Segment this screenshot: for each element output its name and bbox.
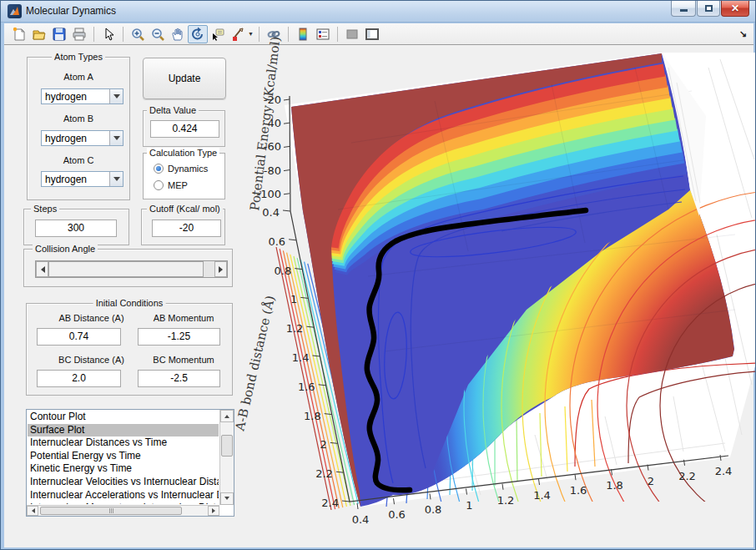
plot-type-listbox[interactable]: Contour PlotSurface PlotInternuclear Dis… bbox=[26, 409, 234, 517]
radio-dynamics[interactable]: Dynamics bbox=[154, 164, 208, 174]
atom-a-value: hydrogen bbox=[45, 91, 87, 103]
ab-momentum-label: AB Momentum bbox=[138, 313, 229, 323]
radio-dynamics-label: Dynamics bbox=[168, 164, 208, 174]
insert-legend-button[interactable] bbox=[313, 25, 333, 43]
list-item[interactable]: Internuclear Distances vs Time bbox=[28, 436, 219, 450]
open-file-button[interactable] bbox=[29, 25, 49, 43]
collision-angle-title: Collision Angle bbox=[33, 244, 98, 254]
hscroll-thumb[interactable] bbox=[40, 507, 182, 515]
list-item[interactable]: Contour Plot bbox=[28, 411, 219, 424]
zoom-out-button[interactable] bbox=[148, 25, 168, 43]
vscroll-thumb[interactable] bbox=[221, 435, 233, 457]
bc-momentum-label: BC Momentum bbox=[138, 355, 229, 365]
steps-panel: Steps 300 bbox=[23, 209, 129, 245]
atom-c-value: hydrogen bbox=[45, 174, 87, 185]
scroll-up-button[interactable] bbox=[220, 410, 234, 422]
delta-value-panel: Delta Value 0.424 bbox=[143, 110, 225, 147]
slider-thumb[interactable] bbox=[48, 261, 204, 277]
atom-b-dropdown-arrow[interactable] bbox=[109, 131, 123, 145]
list-item[interactable]: Internuclear Velocities vs Internuclear … bbox=[28, 476, 219, 489]
atom-b-value: hydrogen bbox=[45, 133, 87, 144]
pan-tool-button[interactable] bbox=[168, 25, 188, 43]
listbox-vscrollbar[interactable] bbox=[219, 410, 234, 505]
slider-right-arrow[interactable] bbox=[214, 261, 227, 277]
link-plots-button[interactable] bbox=[264, 25, 284, 43]
listbox-hscrollbar[interactable] bbox=[27, 505, 219, 516]
list-item[interactable]: Kinetic Energy vs Time bbox=[28, 462, 219, 476]
show-plot-tools-button[interactable] bbox=[362, 25, 382, 43]
brush-dropdown-caret[interactable]: ▼ bbox=[248, 31, 255, 37]
list-item[interactable]: Internuclear Momenta vs Internuclear Dis… bbox=[28, 502, 219, 504]
ab-distance-field[interactable]: 0.74 bbox=[37, 328, 121, 346]
collision-angle-slider[interactable] bbox=[35, 260, 228, 278]
insert-colorbar-button[interactable] bbox=[293, 25, 313, 43]
atom-b-dropdown[interactable]: hydrogen bbox=[41, 130, 123, 146]
collision-angle-panel: Collision Angle bbox=[23, 249, 233, 287]
initial-conditions-panel: Initial Conditions AB Distance (A) AB Mo… bbox=[26, 303, 233, 396]
window-title: Molecular Dynamics bbox=[26, 5, 116, 17]
radio-dynamics-icon bbox=[154, 164, 164, 174]
bc-distance-field[interactable]: 2.0 bbox=[37, 370, 121, 387]
ab-distance-label: AB Distance (A) bbox=[37, 313, 146, 323]
radio-mep[interactable]: MEP bbox=[154, 180, 188, 190]
save-button[interactable] bbox=[49, 25, 69, 43]
scroll-down-button[interactable] bbox=[220, 492, 234, 505]
atom-a-label: Atom A bbox=[28, 72, 129, 82]
ab-momentum-field[interactable]: -1.25 bbox=[138, 328, 220, 346]
list-item[interactable]: Surface Plot bbox=[28, 424, 219, 437]
cutoff-field[interactable]: -20 bbox=[152, 219, 221, 237]
zoom-in-button[interactable] bbox=[128, 25, 148, 43]
atom-c-dropdown[interactable]: hydrogen bbox=[41, 171, 123, 187]
dock-figure-icon[interactable]: ↘ bbox=[739, 28, 747, 39]
close-icon: ✕ bbox=[731, 3, 739, 13]
calculation-type-title: Calculation Type bbox=[147, 148, 219, 158]
atom-b-label: Atom B bbox=[28, 114, 129, 124]
maximize-button[interactable] bbox=[697, 1, 720, 17]
initial-conditions-title: Initial Conditions bbox=[93, 298, 166, 308]
brush-tool-button[interactable] bbox=[228, 25, 248, 43]
new-file-button[interactable] bbox=[9, 25, 29, 43]
minimize-icon bbox=[680, 9, 688, 12]
print-button[interactable] bbox=[69, 25, 89, 43]
cutoff-title: Cutoff (Kcal/ mol) bbox=[147, 204, 223, 214]
atom-a-dropdown-arrow[interactable] bbox=[109, 89, 123, 103]
atom-types-panel: Atom Types Atom A hydrogen Atom B hydrog… bbox=[27, 57, 130, 200]
atom-c-dropdown-arrow[interactable] bbox=[109, 172, 123, 186]
data-cursor-button[interactable] bbox=[208, 25, 228, 43]
radio-mep-label: MEP bbox=[168, 180, 188, 190]
list-item[interactable]: Potential Energy vs Time bbox=[28, 450, 219, 463]
bc-momentum-field[interactable]: -2.5 bbox=[138, 370, 220, 387]
app-window: Molecular Dynamics ✕ ▼ ↘ bbox=[0, 0, 756, 550]
title-bar[interactable]: Molecular Dynamics ✕ bbox=[1, 1, 755, 23]
steps-title: Steps bbox=[31, 204, 59, 214]
scroll-right-button[interactable] bbox=[208, 506, 219, 516]
cutoff-panel: Cutoff (Kcal/ mol) -20 bbox=[141, 209, 225, 245]
hide-plot-tools-button[interactable] bbox=[342, 25, 362, 43]
list-item[interactable]: Internuclear Accelerations vs Internucle… bbox=[28, 489, 219, 502]
delta-value-field[interactable]: 0.424 bbox=[150, 120, 219, 138]
atom-c-label: Atom C bbox=[28, 155, 129, 165]
minimize-button[interactable] bbox=[671, 1, 696, 17]
figure-toolbar: ▼ ↘ bbox=[4, 23, 753, 45]
steps-field[interactable]: 300 bbox=[35, 219, 117, 237]
atom-types-title: Atom Types bbox=[52, 52, 105, 62]
atom-a-dropdown[interactable]: hydrogen bbox=[41, 88, 123, 104]
update-button[interactable]: Update bbox=[143, 58, 226, 99]
maximize-icon bbox=[705, 5, 713, 12]
calculation-type-panel: Calculation Type Dynamics MEP bbox=[143, 153, 225, 199]
pointer-tool-button[interactable] bbox=[98, 25, 118, 43]
close-button[interactable]: ✕ bbox=[721, 1, 749, 17]
slider-left-arrow[interactable] bbox=[36, 261, 48, 277]
matlab-icon bbox=[8, 4, 22, 18]
scroll-left-button[interactable] bbox=[27, 506, 38, 516]
radio-mep-icon bbox=[154, 180, 164, 190]
delta-value-title: Delta Value bbox=[147, 105, 199, 115]
rotate-3d-button[interactable] bbox=[188, 25, 208, 43]
bc-distance-label: BC Distance (A) bbox=[37, 355, 146, 365]
